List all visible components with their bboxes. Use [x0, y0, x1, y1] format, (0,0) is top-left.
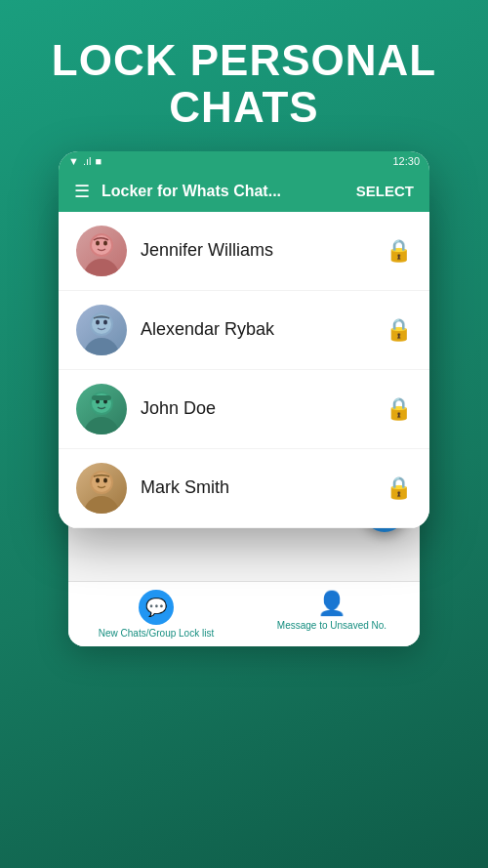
network-icon: .ıl: [83, 155, 92, 167]
svg-point-17: [103, 319, 107, 324]
hamburger-icon[interactable]: ☰: [74, 181, 90, 202]
battery-icon: ■: [95, 155, 102, 167]
svg-point-16: [96, 319, 100, 324]
svg-point-18: [84, 417, 119, 434]
avatar-alexendar: [76, 305, 127, 355]
nav-message-unsaved[interactable]: 👤 Message to Unsaved No.: [244, 590, 420, 639]
chat-item-johndoe[interactable]: John Doe 🔒: [59, 370, 429, 449]
time-display: 12:30: [392, 155, 420, 167]
nav-new-chats[interactable]: 💬 New Chats/Group Lock list: [68, 590, 244, 639]
marksmith-name: Mark Smith: [141, 477, 372, 498]
nav-message-icon: 👤: [317, 590, 346, 617]
chat-item-jennifer[interactable]: Jennifer Williams 🔒: [59, 212, 429, 291]
select-button[interactable]: SELECT: [356, 183, 414, 199]
svg-point-27: [96, 477, 100, 482]
avatar-johndoe: [76, 384, 127, 434]
nav-message-label: Message to Unsaved No.: [277, 620, 386, 631]
chat-list: Jennifer Williams 🔒 Alexendar: [59, 212, 429, 528]
lock-marksmith: 🔒: [386, 475, 412, 501]
bottom-navigation: 💬 New Chats/Group Lock list 👤 Message to…: [68, 581, 420, 646]
svg-point-12: [103, 240, 107, 245]
signal-icon: ▼: [68, 155, 79, 167]
alexendar-name: Alexendar Rybak: [141, 319, 372, 340]
nav-new-chats-icon: 💬: [139, 590, 174, 625]
lock-jennifer: 🔒: [386, 238, 412, 264]
svg-point-28: [103, 477, 107, 482]
foreground-card: ▼ .ıl ■ 12:30 ☰ Locker for Whats Chat...…: [59, 151, 429, 528]
chat-item-marksmith[interactable]: Mark Smith 🔒: [59, 449, 429, 528]
header-section: LOCK PERSONAL CHATS: [0, 0, 488, 151]
lock-alexendar: 🔒: [386, 317, 412, 343]
johndoe-name: John Doe: [141, 398, 372, 419]
svg-point-13: [84, 338, 119, 355]
chat-item-alexendar[interactable]: Alexendar Rybak 🔒: [59, 291, 429, 370]
svg-rect-23: [92, 395, 111, 400]
svg-point-24: [84, 496, 119, 514]
card-statusbar: ▼ .ıl ■ 12:30: [59, 151, 429, 171]
page-title: LOCK PERSONAL CHATS: [39, 37, 449, 132]
card-toolbar: ☰ Locker for Whats Chat... SELECT: [59, 171, 429, 212]
svg-point-11: [96, 240, 100, 245]
lock-johndoe: 🔒: [386, 396, 412, 422]
card-toolbar-title: Locker for Whats Chat...: [102, 183, 345, 200]
phone-container: ▼ .ıl ■ 12:30 ☰ Locker for Whats Chat...…: [59, 151, 429, 528]
nav-new-chats-label: New Chats/Group Lock list: [99, 628, 214, 639]
avatar-jennifer: [76, 226, 127, 276]
avatar-marksmith: [76, 463, 127, 514]
jennifer-name: Jennifer Williams: [141, 240, 372, 261]
svg-point-8: [84, 259, 119, 276]
